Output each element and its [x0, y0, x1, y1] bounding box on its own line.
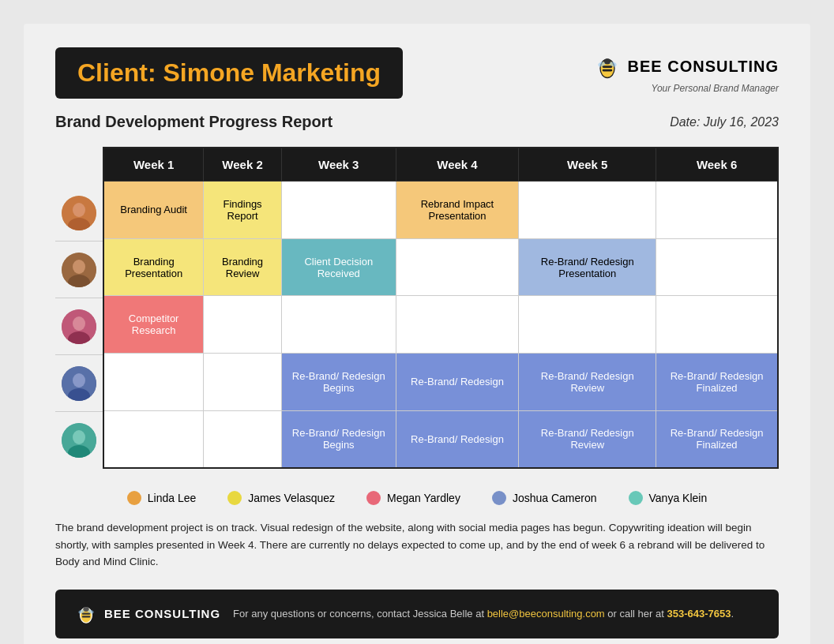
- cell-r1c5: [519, 182, 656, 239]
- table-row: Re-Brand/ Redesign Begins Re-Brand/ Rede…: [103, 354, 778, 411]
- cell-r5c3: Re-Brand/ Redesign Begins: [281, 410, 396, 468]
- cell-r2c4: [396, 238, 519, 296]
- avatar-3: [62, 309, 96, 344]
- cell-r3c4: [396, 296, 519, 354]
- legend-item-1: Linda Lee: [127, 491, 197, 505]
- svg-point-8: [73, 203, 85, 217]
- avatar-cell-4: [55, 355, 103, 412]
- bee-icon: [593, 53, 622, 81]
- legend-dot-4: [492, 491, 506, 505]
- cell-r4c2: [204, 354, 282, 411]
- legend-name-2: James Velasquez: [248, 492, 335, 504]
- date-label: Date: July 16, 2023: [670, 115, 779, 129]
- svg-rect-24: [82, 612, 91, 614]
- cell-r1c2: Findings Report: [204, 182, 282, 239]
- cell-r4c3: Re-Brand/ Redesign Begins: [281, 354, 396, 411]
- cell-r5c2: [204, 410, 282, 468]
- description: The brand development project is on trac…: [55, 519, 779, 571]
- cell-r3c2: [204, 296, 282, 354]
- cell-r4c1: [103, 354, 204, 411]
- cell-r5c6: Re-Brand/ Redesign Finalized: [656, 410, 778, 468]
- svg-point-17: [73, 373, 85, 388]
- footer-email[interactable]: belle@beeconsulting.com: [487, 608, 605, 620]
- legend-item-5: Vanya Klein: [629, 491, 708, 505]
- col-week5: Week 5: [519, 148, 656, 182]
- legend-name-1: Linda Lee: [148, 492, 197, 504]
- avatar-spacer: [55, 147, 103, 185]
- svg-point-20: [73, 430, 85, 444]
- avatar-4: [62, 366, 96, 401]
- brand-name: BEE CONSULTING: [628, 58, 779, 76]
- legend-dot-2: [227, 491, 242, 505]
- footer-brand-name: BEE CONSULTING: [104, 607, 220, 620]
- schedule-table: Week 1 Week 2 Week 3 Week 4 Week 5 Week …: [103, 147, 779, 469]
- header-row: Client: Simone Marketing BEE CONSULTING …: [55, 47, 779, 99]
- avatar-cell-5: [55, 412, 103, 469]
- legend-name-5: Vanya Klein: [649, 492, 708, 504]
- subtitle-row: Brand Development Progress Report Date: …: [55, 113, 779, 131]
- legend-name-3: Megan Yardley: [387, 492, 460, 504]
- svg-rect-25: [82, 616, 91, 617]
- cell-r2c2: Branding Review: [204, 238, 282, 296]
- legend-item-2: James Velasquez: [227, 491, 335, 505]
- brand-logo-inner: BEE CONSULTING: [593, 53, 779, 81]
- legend-dot-3: [366, 491, 381, 505]
- footer-contact-text: For any questions or concerns, contact J…: [233, 608, 734, 620]
- cell-r2c1: Branding Presentation: [103, 238, 204, 296]
- cell-r2c5: Re-Brand/ Redesign Presentation: [519, 238, 656, 296]
- table-row: Re-Brand/ Redesign Begins Re-Brand/ Rede…: [103, 410, 778, 468]
- avatar-cell-2: [55, 242, 103, 298]
- cell-r3c6: [656, 296, 778, 354]
- footer: BEE CONSULTING For any questions or conc…: [55, 590, 779, 638]
- cell-r3c1: Competitor Research: [103, 296, 204, 354]
- table-row: Competitor Research: [103, 296, 778, 354]
- brand-tagline: Your Personal Brand Manager: [652, 83, 779, 94]
- col-week6: Week 6: [656, 148, 778, 182]
- footer-logo: BEE CONSULTING: [74, 602, 220, 626]
- legend-item-4: Joshua Cameron: [492, 491, 597, 505]
- col-week3: Week 3: [281, 148, 396, 182]
- avatar-cell-3: [55, 298, 103, 355]
- avatar-cell-1: [55, 185, 103, 242]
- col-week4: Week 4: [396, 148, 519, 182]
- col-week1: Week 1: [103, 148, 204, 182]
- svg-point-11: [73, 260, 85, 274]
- svg-point-14: [73, 316, 85, 331]
- svg-rect-2: [602, 66, 612, 68]
- legend-name-4: Joshua Cameron: [513, 492, 597, 504]
- cell-r4c6: Re-Brand/ Redesign Finalized: [656, 354, 778, 411]
- cell-r1c1: Branding Audit: [103, 182, 204, 239]
- legend-dot-5: [629, 491, 643, 505]
- legend-item-3: Megan Yardley: [366, 491, 460, 505]
- cell-r3c3: [281, 296, 396, 354]
- svg-rect-3: [602, 69, 612, 71]
- cell-r2c6: [656, 238, 778, 296]
- client-prefix: Client:: [77, 58, 156, 87]
- cell-r4c5: Re-Brand/ Redesign Review: [519, 354, 656, 411]
- cell-r1c3: [281, 182, 396, 239]
- client-name: Simone Marketing: [163, 58, 381, 87]
- table-row: Branding Presentation Branding Review Cl…: [103, 238, 778, 296]
- cell-r5c5: Re-Brand/ Redesign Review: [519, 410, 656, 468]
- cell-r4c4: Re-Brand/ Redesign: [396, 354, 519, 411]
- table-section: Week 1 Week 2 Week 3 Week 4 Week 5 Week …: [55, 147, 779, 469]
- legend-row: Linda Lee James Velasquez Megan Yardley …: [55, 491, 779, 505]
- brand-logo: BEE CONSULTING Your Personal Brand Manag…: [593, 53, 779, 94]
- footer-phone: 353-643-7653: [667, 608, 731, 620]
- avatar-5: [62, 423, 96, 458]
- table-row: Branding Audit Findings Report Rebrand I…: [103, 182, 778, 239]
- avatar-1: [62, 196, 96, 230]
- cell-r3c5: [519, 296, 656, 354]
- client-title: Client: Simone Marketing: [55, 47, 403, 99]
- cell-r1c6: [656, 182, 778, 239]
- avatar-2: [62, 253, 96, 287]
- legend-dot-1: [127, 491, 141, 505]
- cell-r1c4: Rebrand Impact Presentation: [396, 182, 519, 239]
- cell-r2c3: Client Decision Received: [281, 238, 396, 296]
- cell-r5c1: [103, 410, 204, 468]
- avatar-column: [55, 147, 103, 469]
- col-week2: Week 2: [204, 148, 282, 182]
- page: Client: Simone Marketing BEE CONSULTING …: [24, 24, 810, 644]
- table-header-row: Week 1 Week 2 Week 3 Week 4 Week 5 Week …: [103, 148, 778, 182]
- report-subtitle: Brand Development Progress Report: [55, 113, 332, 131]
